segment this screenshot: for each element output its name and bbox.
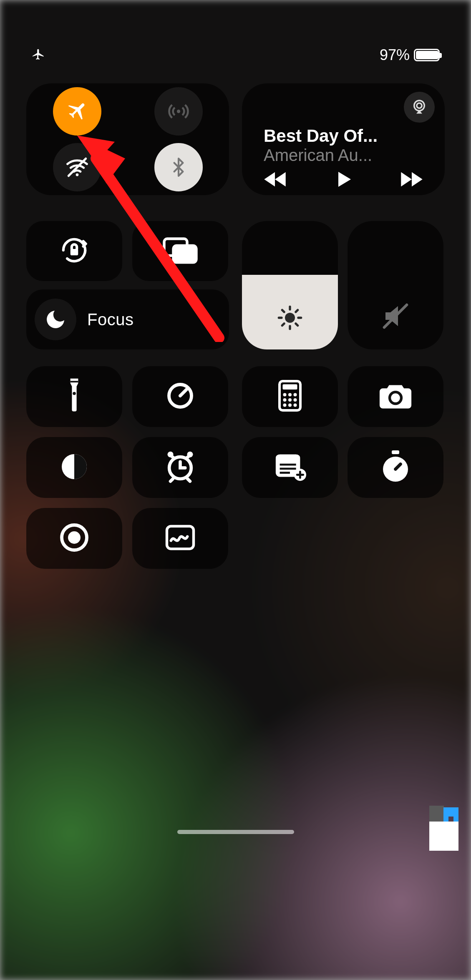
stopwatch-button[interactable] xyxy=(348,437,443,498)
svg-point-4 xyxy=(417,103,422,108)
media-module[interactable]: Best Day Of... American Au... xyxy=(242,83,445,195)
alarm-icon xyxy=(163,450,197,485)
media-title: Best Day Of... xyxy=(264,126,435,146)
flashlight-button[interactable] xyxy=(26,366,122,427)
svg-point-36 xyxy=(187,452,193,457)
svg-point-31 xyxy=(294,404,297,407)
timer-button[interactable] xyxy=(132,366,228,427)
svg-rect-51 xyxy=(448,807,453,817)
svg-point-0 xyxy=(176,110,180,113)
svg-point-27 xyxy=(288,398,292,402)
calculator-icon xyxy=(277,380,302,413)
screen-record-button[interactable] xyxy=(26,508,122,569)
airplane-icon xyxy=(65,99,89,123)
media-play-button[interactable] xyxy=(333,169,353,189)
svg-point-30 xyxy=(288,404,292,407)
svg-point-18 xyxy=(73,392,76,395)
svg-point-3 xyxy=(414,101,425,111)
focus-button[interactable]: Focus xyxy=(26,289,229,349)
screen-record-icon xyxy=(59,523,89,554)
camera-button[interactable] xyxy=(348,366,443,427)
cellular-data-button[interactable] xyxy=(154,87,203,136)
quick-note-icon xyxy=(274,452,306,483)
bluetooth-icon xyxy=(168,157,189,178)
svg-point-24 xyxy=(288,393,292,397)
sun-icon xyxy=(277,304,303,333)
svg-point-46 xyxy=(68,531,81,544)
svg-rect-22 xyxy=(283,384,297,390)
svg-point-29 xyxy=(283,404,287,407)
do-not-disturb-icon xyxy=(35,299,76,340)
battery-icon xyxy=(414,49,440,61)
bluetooth-button[interactable] xyxy=(154,143,203,191)
status-bar: 97% xyxy=(0,46,471,64)
calculator-button[interactable] xyxy=(242,366,338,427)
camera-icon xyxy=(378,382,413,411)
svg-line-13 xyxy=(282,310,284,312)
focus-label: Focus xyxy=(87,310,133,329)
stopwatch-icon xyxy=(380,450,411,485)
svg-rect-38 xyxy=(276,455,300,461)
watermark-cut xyxy=(429,822,458,851)
volume-slider[interactable] xyxy=(348,221,443,349)
home-indicator[interactable] xyxy=(177,830,294,834)
flashlight-icon xyxy=(65,377,84,416)
orientation-lock-button[interactable] xyxy=(26,221,122,281)
screen-mirroring-icon xyxy=(162,236,199,266)
orientation-lock-icon xyxy=(59,235,90,267)
freeform-icon xyxy=(165,524,196,553)
alarm-button[interactable] xyxy=(132,437,228,498)
battery-indicator: 97% xyxy=(380,46,440,64)
svg-rect-43 xyxy=(392,450,399,454)
wifi-off-icon xyxy=(64,154,90,180)
cellular-antenna-icon xyxy=(166,98,191,124)
screen-mirroring-button[interactable] xyxy=(132,221,228,281)
freeform-button[interactable] xyxy=(132,508,228,569)
svg-line-14 xyxy=(296,324,298,326)
timer-icon xyxy=(165,381,195,412)
dark-mode-button[interactable] xyxy=(26,437,122,498)
battery-percent-label: 97% xyxy=(380,46,410,64)
airplane-mode-button[interactable] xyxy=(53,87,101,136)
svg-point-8 xyxy=(285,313,295,323)
airplay-button[interactable] xyxy=(404,92,435,123)
media-next-button[interactable] xyxy=(400,171,424,188)
svg-point-35 xyxy=(168,452,174,457)
airplane-mode-indicator-icon xyxy=(31,48,45,62)
svg-point-28 xyxy=(294,398,297,402)
connectivity-module[interactable] xyxy=(26,83,229,195)
svg-point-26 xyxy=(283,398,287,402)
svg-line-15 xyxy=(282,324,284,326)
svg-rect-50 xyxy=(443,807,448,822)
svg-point-1 xyxy=(76,173,78,176)
svg-point-25 xyxy=(294,393,297,397)
media-subtitle: American Au... xyxy=(264,146,435,165)
speaker-muted-icon xyxy=(380,301,411,333)
airplay-icon xyxy=(411,98,428,117)
brightness-slider[interactable] xyxy=(242,221,338,349)
dark-mode-icon xyxy=(59,452,89,483)
svg-rect-19 xyxy=(71,381,78,382)
svg-point-23 xyxy=(283,393,287,397)
svg-rect-52 xyxy=(453,807,458,822)
wifi-button[interactable] xyxy=(53,143,101,191)
media-previous-button[interactable] xyxy=(263,171,287,188)
svg-rect-7 xyxy=(174,246,196,262)
quick-note-button[interactable] xyxy=(242,437,338,498)
svg-line-16 xyxy=(296,310,298,312)
